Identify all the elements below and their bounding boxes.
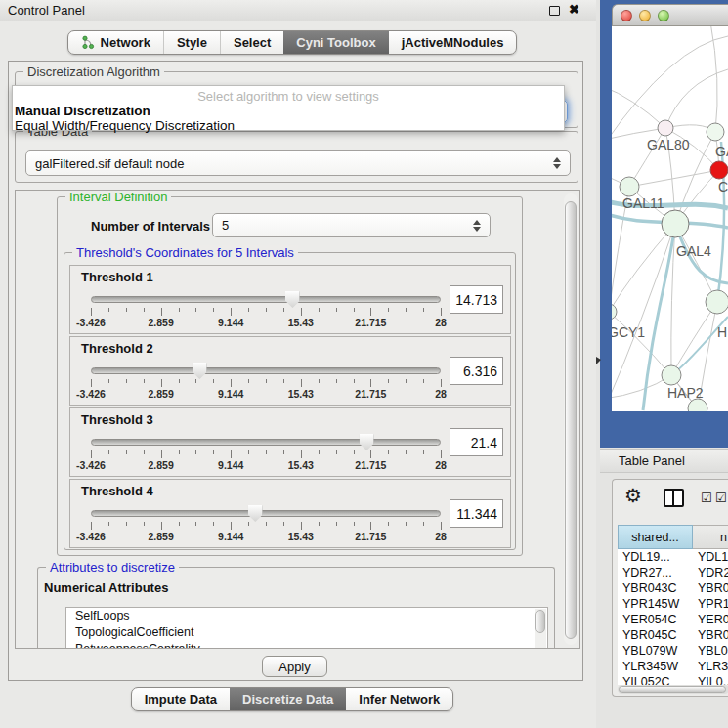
table-cell[interactable]: YIL052C — [618, 674, 693, 685]
attribute-item[interactable]: BetweennessCentrality — [66, 641, 547, 649]
node-hap2[interactable] — [662, 365, 681, 385]
algorithm-option-equal-width[interactable]: Equal Width/Frequency Discretization — [13, 118, 564, 133]
slider-tick-label: 28 — [435, 459, 447, 471]
table-row[interactable]: YBL079WYBL0... — [618, 643, 728, 659]
table-cell[interactable]: YER054C — [618, 612, 693, 627]
tab-impute-data[interactable]: Impute Data — [132, 688, 230, 710]
table-cell[interactable]: YIL0... — [693, 674, 728, 685]
table-cell[interactable]: YBL0... — [693, 643, 728, 659]
tab-infer-network-label: Infer Network — [359, 692, 440, 707]
node-gal11[interactable] — [620, 177, 639, 196]
close-icon[interactable]: ✖ — [569, 2, 579, 17]
tab-select-label: Select — [234, 35, 271, 50]
tab-infer-network[interactable]: Infer Network — [346, 688, 452, 710]
mouse-cursor — [596, 357, 601, 364]
tab-discretize-data[interactable]: Discretize Data — [230, 688, 346, 710]
attributes-scrollbar[interactable] — [535, 609, 546, 649]
table-cell[interactable]: YBR045C — [618, 627, 693, 643]
slider-tick-label: 21.715 — [355, 459, 386, 471]
minimize-traffic-light-icon[interactable] — [639, 10, 651, 21]
column-header-name[interactable]: n — [693, 525, 728, 549]
table-cell[interactable]: YBL079W — [618, 643, 693, 659]
slider-handle[interactable] — [285, 291, 300, 308]
table-cell[interactable]: YPR145W — [618, 596, 693, 612]
network-window-titlebar[interactable] — [612, 4, 728, 26]
table-cell[interactable]: YPR1... — [693, 596, 728, 612]
threshold-3-value-field[interactable] — [450, 428, 503, 456]
table-cell[interactable]: YLR345W — [618, 659, 693, 674]
panel-title: Control Panel — [8, 3, 85, 18]
table-body[interactable]: YDL19...YDL1...YDR27...YDR2...YBR043CYBR… — [618, 549, 728, 685]
scrollbar-thumb[interactable] — [565, 201, 577, 639]
table-data-group: Table Data galFiltered.sif default node — [15, 131, 578, 183]
slider-tick-label: 9.144 — [218, 317, 243, 328]
tab-network[interactable]: Network — [68, 31, 163, 54]
threshold-3-box: Threshold 3 -3.4262.8599.14415.4321.7152… — [69, 407, 511, 477]
tab-cyni-toolbox[interactable]: Cyni Toolbox — [283, 31, 388, 54]
threshold-2-box: Threshold 2 -3.4262.8599.14415.4321.7152… — [69, 336, 511, 406]
node-gal4[interactable] — [662, 210, 689, 237]
network-node-labels: GAL80 GA C GAL11 GAL4 GCY1 H HAP2 — [612, 137, 728, 401]
tab-style[interactable]: Style — [163, 31, 220, 54]
table-row[interactable]: YLR345WYLR3... — [618, 659, 728, 674]
slider-handle[interactable] — [248, 505, 263, 522]
numerical-attributes-list[interactable]: SelfLoopsTopologicalCoefficientBetweenne… — [65, 607, 548, 649]
threshold-1-label: Threshold 1 — [81, 270, 153, 284]
slider-handle[interactable] — [193, 363, 207, 379]
threshold-4-value-field[interactable] — [450, 499, 503, 528]
close-traffic-light-icon[interactable] — [621, 10, 632, 21]
table-row[interactable]: YPR145WYPR1... — [618, 596, 728, 612]
table-cell[interactable]: YDR2... — [693, 565, 728, 580]
threshold-3-slider[interactable] — [91, 439, 441, 446]
threshold-2-slider[interactable] — [91, 367, 441, 374]
attribute-item[interactable]: TopologicalCoefficient — [66, 624, 547, 641]
threshold-2-value-field[interactable] — [450, 357, 503, 385]
table-horizontal-scrollbar[interactable] — [618, 685, 728, 694]
tab-select[interactable]: Select — [220, 31, 283, 54]
table-cell[interactable]: YBR0... — [693, 580, 728, 596]
table-row[interactable]: YBR045CYBR0... — [618, 627, 728, 643]
threshold-1-slider[interactable] — [91, 296, 441, 303]
table-cell[interactable]: YBR043C — [618, 580, 693, 596]
network-canvas[interactable]: GAL80 GA C GAL11 GAL4 GCY1 H HAP2 — [612, 26, 728, 411]
table-row[interactable]: YBR043CYBR0... — [618, 580, 728, 596]
gear-icon[interactable]: ⚙ — [624, 484, 642, 507]
tab-jactivemnodules[interactable]: jActiveMNodules — [389, 31, 517, 54]
apply-button[interactable]: Apply — [262, 656, 327, 677]
algorithm-option-manual[interactable]: Manual Discretization — [13, 104, 564, 118]
node-h-partial[interactable] — [706, 290, 728, 314]
threshold-4-slider[interactable] — [91, 510, 441, 517]
node-red-selected[interactable] — [710, 161, 728, 179]
checkbox-icon[interactable]: ☑ — [715, 491, 727, 505]
scrollbar-thumb[interactable] — [535, 610, 545, 633]
float-window-icon[interactable] — [549, 6, 560, 16]
table-cell[interactable]: YDL1... — [693, 549, 728, 565]
table-cell[interactable]: YBR0... — [693, 627, 728, 643]
node-label-gal11: GAL11 — [622, 195, 664, 211]
checkbox-icon[interactable]: ☑ — [701, 491, 712, 505]
table-row[interactable]: YDL19...YDL1... — [618, 549, 728, 565]
table-cell[interactable]: YLR3... — [693, 659, 728, 674]
table-cell[interactable]: YDR27... — [618, 565, 693, 580]
table-cell[interactable]: YER0... — [693, 612, 728, 627]
threshold-1-value-field[interactable] — [450, 285, 503, 314]
node-gal80[interactable] — [658, 120, 673, 136]
columns-icon[interactable] — [664, 489, 684, 507]
node-gcy1[interactable] — [612, 304, 617, 320]
table-cell[interactable]: YDL19... — [618, 549, 693, 565]
slider-handle[interactable] — [360, 434, 374, 450]
table-data-combobox[interactable]: galFiltered.sif default node — [25, 150, 571, 176]
node-gal-partial[interactable] — [707, 123, 724, 141]
table-row[interactable]: YDR27...YDR2... — [618, 565, 728, 580]
threshold-1-box: Threshold 1 -3.4262.8599.14415.4321.7152… — [69, 265, 511, 334]
column-header-shared-name[interactable]: shared... — [618, 525, 693, 549]
slider-tickmarks — [91, 522, 441, 531]
slider-tick-label: 21.715 — [355, 531, 386, 542]
scrollbar-thumb[interactable] — [619, 686, 726, 693]
table-row[interactable]: YER054CYER0... — [618, 612, 728, 627]
table-row[interactable]: YIL052CYIL0... — [618, 674, 728, 685]
zoom-traffic-light-icon[interactable] — [658, 10, 669, 21]
settings-vertical-scrollbar[interactable] — [564, 193, 578, 645]
number-of-intervals-combobox[interactable]: 5 — [212, 213, 491, 237]
attribute-item[interactable]: SelfLoops — [66, 608, 547, 624]
